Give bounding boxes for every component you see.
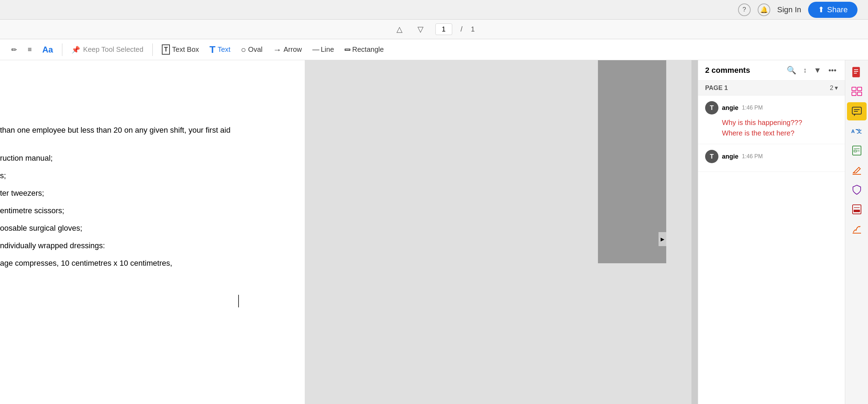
svg-text:A: A [851, 128, 855, 134]
highlight-tool-button[interactable]: ✏ [7, 43, 21, 56]
text-label: Text [218, 46, 230, 54]
main-layout: than one employee but less than 20 on an… [0, 60, 868, 404]
page-number-input[interactable] [435, 23, 452, 35]
filter-icon[interactable]: ▼ [812, 64, 823, 76]
textbox-icon: T [162, 44, 170, 55]
comment-time-1: 1:46 PM [742, 105, 763, 111]
right-sidebar: A文 [845, 60, 868, 404]
textbox-label: Text Box [172, 46, 199, 54]
comment-author-1: angie [722, 104, 738, 112]
sidebar-comment-icon[interactable] [847, 102, 867, 120]
more-options-icon[interactable]: ••• [827, 64, 838, 76]
page-comment-count: 2 ▾ [830, 84, 838, 92]
svg-rect-5 [852, 92, 856, 96]
sidebar-thumbnail-icon[interactable] [847, 83, 867, 101]
svg-rect-16 [854, 150, 856, 152]
sidebar-redact-icon[interactable] [847, 200, 867, 218]
arrow-tool-button[interactable]: → Arrow [269, 43, 306, 57]
comments-header: 2 comments 🔍 ↕ ▼ ••• [698, 60, 845, 81]
doc-line-5: entimetre scissors; [0, 204, 64, 218]
doc-line-4: ter tweezers; [0, 186, 44, 200]
page-up-button[interactable]: △ [393, 23, 406, 36]
rectangle-tool-button[interactable]: Rectangle [340, 43, 388, 56]
sidebar-form-icon[interactable] [847, 141, 867, 160]
avatar-2: T [705, 150, 718, 163]
keep-tool-label: Keep Tool Selected [83, 46, 143, 54]
page-separator: / [461, 25, 463, 33]
down-arrow-icon: ▽ [418, 25, 423, 34]
keep-tool-selected-button[interactable]: 📌 Keep Tool Selected [67, 43, 147, 56]
sidebar-translate-icon[interactable]: A文 [847, 122, 867, 140]
pin-icon: 📌 [71, 46, 80, 54]
sign-in-button[interactable]: Sign In [777, 5, 801, 14]
doc-line-2: ruction manual; [0, 151, 53, 165]
svg-rect-4 [852, 87, 856, 91]
share-button[interactable]: ⬆ Share [808, 2, 857, 18]
page-down-button[interactable]: ▽ [414, 23, 427, 36]
font-tool-button[interactable]: Aa [38, 43, 57, 57]
comment-item-1: T angie 1:46 PM Why is this happening???… [698, 96, 845, 144]
document-area[interactable]: than one employee but less than 20 on an… [0, 60, 698, 404]
list-tool-button[interactable]: ≡ [23, 43, 36, 56]
search-icon[interactable]: 🔍 [785, 64, 798, 76]
comments-title: 2 comments [705, 66, 781, 75]
svg-rect-0 [853, 67, 860, 77]
gray-image-overlay [598, 60, 666, 263]
svg-marker-11 [854, 114, 856, 116]
doc-line-1: than one employee but less than 20 on an… [0, 123, 230, 137]
text-icon: T [209, 44, 215, 55]
comment-time-2: 1:46 PM [742, 153, 763, 160]
svg-rect-6 [857, 87, 862, 91]
help-icon[interactable]: ? [738, 4, 751, 16]
avatar-1: T [705, 101, 718, 114]
rectangle-label: Rectangle [352, 46, 384, 54]
svg-rect-8 [852, 107, 861, 114]
bell-icon[interactable]: 🔔 [758, 4, 770, 16]
comment-meta-1: T angie 1:46 PM [705, 101, 838, 114]
text-tool-button[interactable]: T Text [205, 42, 235, 57]
svg-rect-7 [857, 92, 862, 96]
panel-collapse-button[interactable]: ▶ [659, 232, 666, 246]
sidebar-shield-icon[interactable] [847, 181, 867, 199]
doc-line-8: age compresses, 10 centimetres x 10 cent… [0, 256, 172, 270]
oval-tool-button[interactable]: ○ Oval [237, 43, 267, 57]
highlight-icon: ✏ [11, 46, 17, 54]
nav-bar: △ ▽ / 1 [0, 20, 868, 39]
arrow-label: Arrow [283, 46, 302, 54]
rectangle-icon [345, 49, 350, 51]
line-label: Line [321, 46, 334, 54]
up-arrow-icon: △ [397, 25, 402, 34]
sidebar-edit-icon[interactable] [847, 161, 867, 179]
oval-icon: ○ [241, 45, 246, 55]
comment-item-2: T angie 1:46 PM [698, 144, 845, 172]
textbox-tool-button[interactable]: T Text Box [158, 42, 203, 57]
line-tool-button[interactable]: — Line [308, 43, 338, 56]
top-bar-right: ? 🔔 Sign In ⬆ Share [738, 2, 857, 18]
doc-line-7: ndividually wrapped dressings: [0, 239, 105, 253]
oval-label: Oval [248, 46, 262, 54]
chevron-down-icon[interactable]: ▾ [835, 84, 838, 92]
page-total: 1 [471, 25, 475, 33]
line-icon: — [312, 46, 319, 54]
list-icon: ≡ [28, 46, 32, 54]
text-cursor [238, 295, 239, 307]
sidebar-document-icon[interactable] [847, 63, 867, 81]
share-icon: ⬆ [818, 5, 824, 14]
scrollbar[interactable] [691, 60, 698, 404]
doc-line-6: oosable surgical gloves; [0, 221, 82, 235]
aa-icon: Aa [42, 45, 53, 55]
comments-panel: 2 comments 🔍 ↕ ▼ ••• PAGE 1 2 ▾ T angie … [698, 60, 845, 404]
page-label: PAGE 1 [705, 84, 830, 92]
arrow-icon: → [273, 45, 281, 55]
document-page: than one employee but less than 20 on an… [0, 60, 305, 404]
top-bar: ? 🔔 Sign In ⬆ Share [0, 0, 868, 20]
svg-rect-20 [854, 210, 860, 212]
toolbar-divider-1 [62, 43, 62, 56]
share-label: Share [827, 5, 848, 14]
sidebar-sign-icon[interactable] [847, 220, 867, 238]
svg-rect-19 [853, 205, 861, 214]
comment-author-2: angie [722, 153, 738, 160]
doc-line-3: s; [0, 169, 6, 183]
page-section-header: PAGE 1 2 ▾ [698, 81, 845, 96]
sort-icon[interactable]: ↕ [802, 65, 808, 76]
